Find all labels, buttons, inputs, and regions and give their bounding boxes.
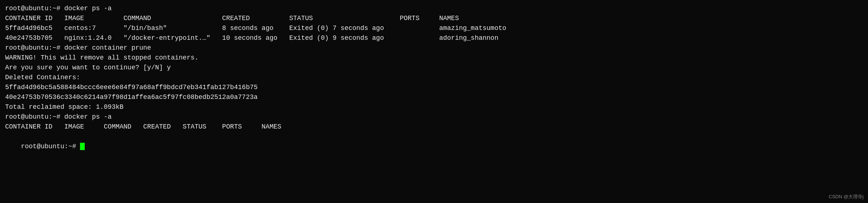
line-warn2: Are you sure you want to continue? [y/N]… [5, 63, 863, 73]
cursor [80, 143, 85, 150]
terminal: root@ubuntu:~# docker ps -a CONTAINER ID… [0, 0, 868, 203]
line-deleted-label: Deleted Containers: [5, 73, 863, 83]
line-prompt-final: root@ubuntu:~# [5, 132, 863, 161]
line-hash2: 40e24753b70536c3340c6214a97f98d1affea6ac… [5, 92, 863, 102]
line-warn1: WARNING! This will remove all stopped co… [5, 53, 863, 63]
line-header2: CONTAINER ID IMAGE COMMAND CREATED STATU… [5, 122, 863, 132]
line-row1: 5ffad4d96bc5 centos:7 "/bin/bash" 8 seco… [5, 23, 863, 33]
line-hash1: 5ffad4d96bc5a588484bccc6eee6e84f97a68aff… [5, 83, 863, 92]
line-reclaimed: Total reclaimed space: 1.093kB [5, 102, 863, 112]
line-cmd2: root@ubuntu:~# docker container prune [5, 43, 863, 53]
line-row2: 40e24753b705 nginx:1.24.0 "/docker-entry… [5, 33, 863, 43]
prompt-text: root@ubuntu:~# [21, 143, 80, 150]
line-header1: CONTAINER ID IMAGE COMMAND CREATED STATU… [5, 14, 863, 23]
line-cmd1: root@ubuntu:~# docker ps -a [5, 4, 863, 14]
watermark: CSDN @大理寺j [829, 193, 864, 200]
line-cmd3: root@ubuntu:~# docker ps -a [5, 112, 863, 122]
